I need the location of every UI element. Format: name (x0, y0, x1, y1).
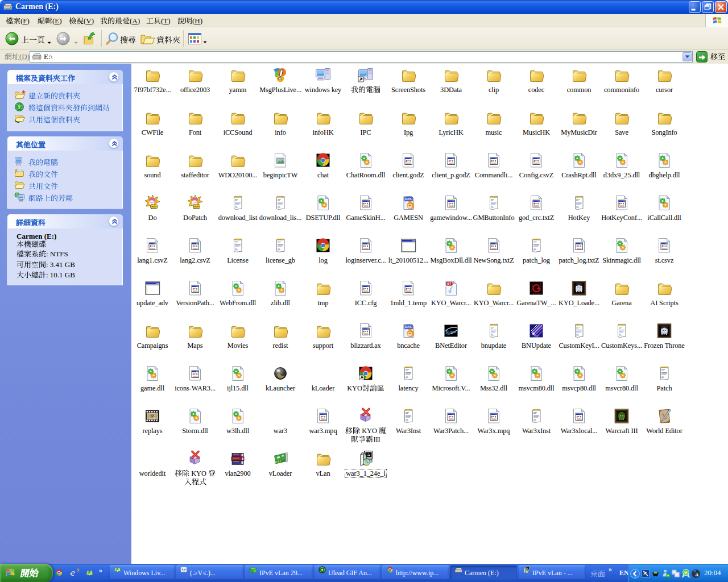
svg-text:a: a (696, 571, 699, 577)
